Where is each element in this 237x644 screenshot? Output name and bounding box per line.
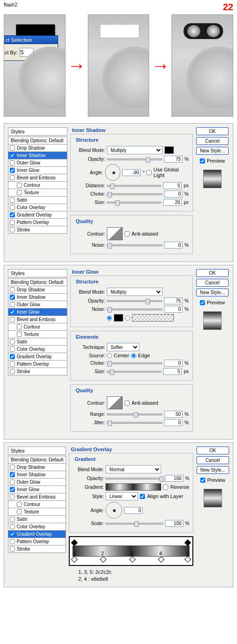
style-checkbox[interactable] (10, 153, 15, 158)
color-radio[interactable] (107, 315, 112, 321)
style-checkbox[interactable] (10, 539, 15, 544)
style-checkbox[interactable] (10, 168, 15, 173)
angle-dial[interactable] (105, 164, 121, 181)
style-item-satin[interactable]: Satin (8, 197, 67, 204)
gradient-editor[interactable]: 1 2 3 4 5 (69, 536, 193, 566)
style-item-texture[interactable]: Texture (8, 189, 67, 197)
contour-preset[interactable] (107, 227, 123, 240)
styles-header[interactable]: Styles (8, 127, 67, 136)
contour-preset[interactable] (107, 396, 123, 409)
style-item-contour[interactable]: Contour (8, 501, 66, 508)
size-slider[interactable] (107, 371, 161, 373)
source-center-radio[interactable] (107, 353, 112, 358)
antialiased-checkbox[interactable] (125, 231, 130, 237)
style-item-color-overlay[interactable]: Color Overlay (8, 523, 66, 531)
ok-button[interactable]: OK (196, 127, 229, 135)
color-swatch[interactable] (114, 314, 123, 322)
style-checkbox[interactable] (10, 465, 15, 470)
gradient-picker[interactable] (132, 314, 174, 322)
style-item-inner-shadow[interactable]: Inner Shadow (8, 471, 66, 479)
blending-options[interactable]: Blending Options: Default (8, 278, 67, 286)
style-item-satin[interactable]: Satin (8, 516, 66, 523)
style-item-outer-glow[interactable]: Outer Glow (8, 479, 66, 486)
styles-header[interactable]: Styles (8, 447, 66, 455)
range-input[interactable] (164, 411, 183, 418)
style-checkbox[interactable] (10, 347, 15, 352)
style-checkbox[interactable] (10, 160, 15, 165)
new-style-button[interactable]: New Style... (196, 147, 229, 155)
size-slider[interactable] (107, 202, 161, 204)
blending-options[interactable]: Blending Options: Default (8, 456, 66, 464)
style-checkbox[interactable] (10, 532, 15, 537)
style-checkbox[interactable] (17, 324, 22, 329)
opacity-slider[interactable] (105, 478, 163, 480)
style-checkbox[interactable] (10, 212, 15, 217)
style-item-color-overlay[interactable]: Color Overlay (8, 204, 67, 211)
style-item-bevel-and-emboss[interactable]: Bevel and Emboss (8, 316, 67, 323)
style-checkbox[interactable] (10, 546, 15, 552)
cancel-button[interactable]: Cancel (196, 137, 229, 145)
choke-input[interactable] (164, 360, 183, 367)
choke-slider[interactable] (107, 362, 162, 364)
style-item-outer-glow[interactable]: Outer Glow (8, 159, 67, 167)
style-item-contour[interactable]: Contour (8, 323, 67, 331)
preview-checkbox[interactable] (200, 158, 205, 164)
blend-mode-select[interactable]: Multiply (107, 146, 163, 154)
gradient-radio[interactable] (125, 315, 130, 321)
style-checkbox[interactable] (10, 354, 15, 359)
size-input[interactable] (163, 368, 182, 375)
jitter-slider[interactable] (107, 422, 162, 424)
ok-button[interactable]: OK (196, 269, 229, 277)
style-checkbox[interactable] (10, 524, 15, 529)
blend-mode-select[interactable]: Normal (105, 465, 161, 473)
style-item-gradient-overlay[interactable]: Gradient Overlay (8, 531, 66, 538)
style-item-stroke[interactable]: Stroke (8, 368, 67, 375)
style-checkbox[interactable] (17, 509, 22, 514)
range-slider[interactable] (107, 414, 162, 415)
reverse-checkbox[interactable] (163, 485, 168, 490)
style-item-contour[interactable]: Contour (8, 182, 67, 189)
style-checkbox[interactable] (10, 317, 15, 322)
style-item-inner-shadow[interactable]: Inner Shadow (8, 152, 67, 159)
scale-input[interactable] (165, 520, 184, 527)
style-checkbox[interactable] (10, 175, 15, 180)
style-checkbox[interactable] (10, 197, 15, 203)
style-checkbox[interactable] (17, 502, 22, 507)
blending-options[interactable]: Blending Options: Default (8, 137, 67, 145)
noise-input[interactable] (164, 306, 183, 313)
distance-slider[interactable] (107, 185, 161, 187)
style-item-pattern-overlay[interactable]: Pattern Overlay (8, 219, 67, 226)
style-checkbox[interactable] (10, 227, 15, 232)
choke-input[interactable] (164, 191, 183, 197)
blend-mode-select[interactable]: Multiply (107, 288, 163, 296)
angle-input[interactable] (124, 507, 143, 514)
antialiased-checkbox[interactable] (125, 401, 130, 406)
style-item-texture[interactable]: Texture (8, 331, 67, 338)
style-item-drop-shadow[interactable]: Drop Shadow (8, 286, 67, 294)
style-item-inner-glow[interactable]: Inner Glow (8, 167, 67, 174)
color-swatch[interactable] (165, 146, 174, 154)
use-global-light-checkbox[interactable] (146, 170, 151, 175)
style-checkbox[interactable] (17, 332, 22, 337)
gradient-bar[interactable]: 1 2 3 4 5 (72, 545, 190, 557)
style-item-bevel-and-emboss[interactable]: Bevel and Emboss (8, 493, 66, 501)
style-checkbox[interactable] (10, 494, 15, 499)
align-checkbox[interactable] (140, 494, 145, 499)
new-style-button[interactable]: New Style... (196, 289, 229, 296)
preview-checkbox[interactable] (200, 478, 205, 483)
opacity-slider[interactable] (107, 158, 162, 160)
opacity-slider[interactable] (107, 300, 162, 302)
angle-dial[interactable] (105, 502, 122, 519)
distance-input[interactable] (163, 182, 182, 189)
style-checkbox[interactable] (17, 190, 22, 195)
style-checkbox[interactable] (10, 145, 15, 151)
style-item-stroke[interactable]: Stroke (8, 226, 67, 234)
style-checkbox[interactable] (10, 369, 15, 374)
preview-checkbox[interactable] (200, 300, 205, 305)
style-checkbox[interactable] (10, 361, 15, 367)
style-select[interactable]: Linear (105, 492, 138, 500)
style-checkbox[interactable] (10, 302, 15, 307)
noise-input[interactable] (164, 242, 183, 249)
style-item-stroke[interactable]: Stroke (8, 545, 66, 553)
style-checkbox[interactable] (10, 295, 15, 300)
